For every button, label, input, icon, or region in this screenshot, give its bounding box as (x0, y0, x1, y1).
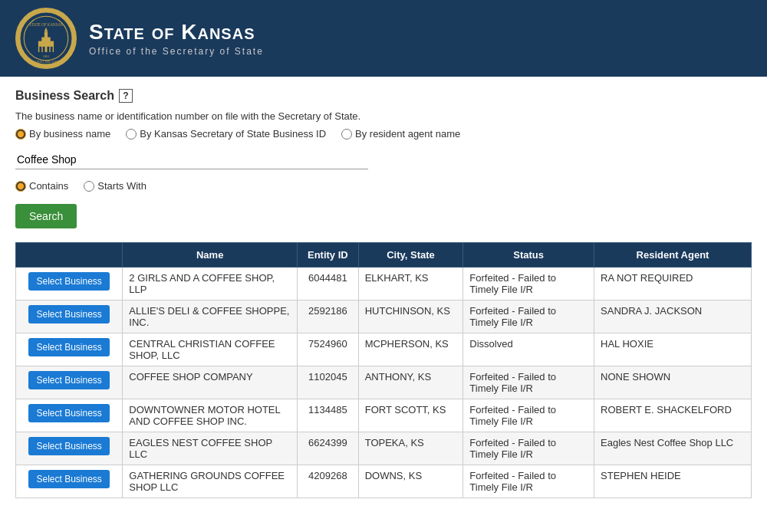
header-title: State of Kansas (89, 20, 264, 44)
cell-name: COFFEE SHOP COMPANY (123, 366, 298, 399)
page-header: STATE OF KANSAS 1861 AD ASTRA PER ASPERA… (0, 0, 767, 77)
select-business-button[interactable]: Select Business (28, 470, 109, 488)
table-header: Name Entity ID City, State Status Reside… (16, 243, 752, 268)
cell-agent: SANDRA J. JACKSON (594, 300, 752, 333)
cell-entity-id: 7524960 (298, 333, 359, 366)
cell-status: Forfeited - Failed to Timely File I/R (463, 300, 594, 333)
svg-rect-7 (39, 47, 41, 52)
match-contains[interactable]: Contains (15, 180, 68, 192)
search-description: The business name or identification numb… (15, 110, 752, 122)
radio-by-agent[interactable]: By resident agent name (341, 128, 460, 140)
match-options-group: Contains Starts With (15, 180, 752, 192)
svg-text:STATE OF KANSAS: STATE OF KANSAS (29, 23, 63, 27)
match-starts-with[interactable]: Starts With (84, 180, 146, 192)
cell-city-state: FORT SCOTT, KS (358, 399, 463, 432)
svg-text:AD ASTRA PER ASPERA: AD ASTRA PER ASPERA (29, 60, 63, 64)
cell-name: GATHERING GROUNDS COFFEE SHOP LLC (123, 465, 298, 498)
svg-text:1861: 1861 (43, 54, 50, 58)
cell-agent: HAL HOXIE (594, 333, 752, 366)
cell-city-state: TOPEKA, KS (358, 432, 463, 465)
col-header-select (16, 243, 123, 268)
table-row: Select BusinessGATHERING GROUNDS COFFEE … (16, 465, 752, 498)
cell-agent: ROBERT E. SHACKELFORD (594, 399, 752, 432)
col-header-status: Status (463, 243, 594, 268)
cell-city-state: DOWNS, KS (358, 465, 463, 498)
table-row: Select BusinessCOFFEE SHOP COMPANY110204… (16, 366, 752, 399)
cell-entity-id: 2592186 (298, 300, 359, 333)
table-row: Select BusinessCENTRAL CHRISTIAN COFFEE … (16, 333, 752, 366)
radio-by-name-label: By business name (29, 128, 110, 140)
cell-name: 2 GIRLS AND A COFFEE SHOP, LLP (123, 268, 298, 300)
cell-entity-id: 6044481 (298, 268, 359, 300)
cell-name: CENTRAL CHRISTIAN COFFEE SHOP, LLC (123, 333, 298, 366)
cell-agent: RA NOT REQUIRED (594, 268, 752, 300)
cell-status: Dissolved (463, 333, 594, 366)
col-header-entity-id: Entity ID (298, 243, 359, 268)
search-type-group: By business name By Kansas Secretary of … (15, 128, 752, 140)
radio-by-id-label: By Kansas Secretary of State Business ID (140, 128, 326, 140)
svg-rect-5 (44, 31, 48, 38)
cell-name: EAGLES NEST COFFEE SHOP LLC (123, 432, 298, 465)
section-title: Business Search (15, 89, 114, 103)
select-business-button[interactable]: Select Business (28, 305, 109, 323)
cell-agent: STEPHEN HEIDE (594, 465, 752, 498)
cell-city-state: ELKHART, KS (358, 268, 463, 300)
cell-status: Forfeited - Failed to Timely File I/R (463, 432, 594, 465)
cell-agent: Eagles Nest Coffee Shop LLC (594, 432, 752, 465)
select-business-button[interactable]: Select Business (28, 272, 109, 291)
cell-name: DOWNTOWNER MOTOR HOTEL AND COFFEE SHOP I… (123, 399, 298, 432)
cell-status: Forfeited - Failed to Timely File I/R (463, 465, 594, 498)
radio-by-id[interactable]: By Kansas Secretary of State Business ID (126, 128, 326, 140)
col-header-name: Name (123, 243, 298, 268)
svg-rect-9 (47, 47, 49, 52)
match-starts-with-label: Starts With (97, 180, 146, 192)
radio-by-name[interactable]: By business name (15, 128, 110, 140)
col-header-agent: Resident Agent (594, 243, 752, 268)
search-button[interactable]: Search (15, 204, 77, 228)
select-business-button[interactable]: Select Business (28, 404, 109, 422)
main-content: Business Search ? The business name or i… (0, 77, 767, 511)
table-row: Select BusinessDOWNTOWNER MOTOR HOTEL AN… (16, 399, 752, 432)
table-row: Select BusinessALLIE'S DELI & COFFEE SHO… (16, 300, 752, 333)
cell-status: Forfeited - Failed to Timely File I/R (463, 366, 594, 399)
help-icon[interactable]: ? (119, 89, 133, 103)
radio-by-agent-label: By resident agent name (355, 128, 460, 140)
search-input[interactable] (15, 150, 368, 169)
table-row: Select BusinessEAGLES NEST COFFEE SHOP L… (16, 432, 752, 465)
header-text-block: State of Kansas Office of the Secretary … (89, 20, 264, 57)
cell-agent: NONE SHOWN (594, 366, 752, 399)
match-contains-label: Contains (29, 180, 68, 192)
svg-rect-10 (51, 47, 53, 52)
select-business-button[interactable]: Select Business (28, 371, 109, 389)
section-title-row: Business Search ? (15, 89, 752, 103)
cell-city-state: HUTCHINSON, KS (358, 300, 463, 333)
cell-entity-id: 4209268 (298, 465, 359, 498)
col-header-city-state: City, State (358, 243, 463, 268)
cell-entity-id: 6624399 (298, 432, 359, 465)
cell-entity-id: 1102045 (298, 366, 359, 399)
cell-status: Forfeited - Failed to Timely File I/R (463, 399, 594, 432)
results-table: Name Entity ID City, State Status Reside… (15, 242, 752, 498)
svg-rect-8 (43, 47, 45, 52)
cell-entity-id: 1134485 (298, 399, 359, 432)
table-body: Select Business2 GIRLS AND A COFFEE SHOP… (16, 268, 752, 498)
cell-status: Forfeited - Failed to Timely File I/R (463, 268, 594, 300)
cell-city-state: MCPHERSON, KS (358, 333, 463, 366)
select-business-button[interactable]: Select Business (28, 437, 109, 455)
state-seal: STATE OF KANSAS 1861 AD ASTRA PER ASPERA (15, 8, 77, 69)
cell-city-state: ANTHONY, KS (358, 366, 463, 399)
header-subtitle: Office of the Secretary of State (89, 46, 264, 57)
table-row: Select Business2 GIRLS AND A COFFEE SHOP… (16, 268, 752, 300)
select-business-button[interactable]: Select Business (28, 338, 109, 356)
cell-name: ALLIE'S DELI & COFFEE SHOPPE, INC. (123, 300, 298, 333)
